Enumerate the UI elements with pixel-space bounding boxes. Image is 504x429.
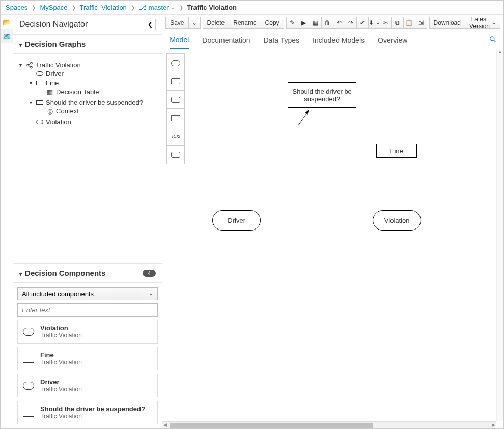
copy-button[interactable]: Copy — [261, 17, 284, 29]
tree-label: Violation — [46, 118, 71, 126]
tree-label: Traffic Violation — [36, 61, 81, 69]
input-pill-icon — [36, 71, 44, 76]
horizontal-scrollbar[interactable]: ◀ ▶ — [162, 421, 496, 428]
component-sub: Traffic Violation — [40, 359, 82, 366]
share-icon — [25, 62, 34, 69]
decision-graphs-tree: Traffic Violation Driver Fine — [13, 54, 162, 264]
tab-data-types[interactable]: Data Types — [263, 32, 299, 48]
tree-label: Fine — [46, 79, 59, 87]
rename-button[interactable]: Rename — [229, 17, 261, 29]
decision-rect-icon — [23, 355, 34, 363]
svg-line-4 — [29, 65, 31, 66]
palette-rounded-rect[interactable] — [167, 91, 184, 109]
component-sub: Traffic Violation — [40, 332, 82, 339]
paste-icon[interactable]: 📋 — [403, 17, 415, 29]
tree-item-fine[interactable]: Fine — [27, 79, 158, 87]
component-name: Fine — [40, 351, 82, 359]
branch-icon: ⎇ — [139, 4, 147, 11]
pencil-icon[interactable]: ✎ — [286, 17, 298, 29]
diagram-canvas[interactable]: Text Should the driver be suspended? Fin… — [162, 49, 503, 428]
svg-point-2 — [31, 66, 33, 68]
download-image-icon[interactable]: ⬇ — [368, 17, 380, 29]
search-icon[interactable] — [489, 36, 496, 44]
tab-documentation[interactable]: Documentation — [202, 32, 250, 48]
input-pill-icon — [23, 382, 34, 390]
component-card-suspended[interactable]: Should the driver be suspended? Traffic … — [17, 401, 158, 424]
svg-point-1 — [27, 64, 29, 66]
svg-point-5 — [490, 37, 494, 41]
components-filter-select[interactable]: All included components — [17, 287, 158, 300]
vertical-scrollbar[interactable]: ▲ — [496, 49, 503, 421]
node-fine[interactable]: Fine — [376, 144, 417, 158]
tree-root-traffic-violation[interactable]: Traffic Violation — [17, 61, 158, 69]
palette-rectangle[interactable] — [167, 109, 184, 127]
node-violation[interactable]: Violation — [373, 210, 421, 231]
palette-divided-rect[interactable] — [167, 146, 184, 164]
palette-input-pill[interactable] — [167, 54, 184, 72]
palette-annotation[interactable] — [167, 72, 184, 91]
crumb-myspace[interactable]: MySpace — [40, 4, 67, 11]
palette-text[interactable]: Text — [167, 127, 184, 146]
caret-down-icon — [27, 100, 34, 105]
delete-button[interactable]: Delete — [203, 17, 230, 29]
canvas-wrapper: Text Should the driver be suspended? Fin… — [162, 49, 503, 428]
components-search-input[interactable] — [17, 303, 158, 317]
check-icon[interactable]: ✔ — [356, 17, 369, 29]
node-suspended[interactable]: Should the driver be suspended? — [288, 82, 356, 108]
crumb-branch[interactable]: ⎇ master ⌄ — [139, 4, 175, 11]
decision-graphs-title: Decision Graphs — [25, 40, 86, 48]
crumb-file: Traffic Violation — [187, 4, 237, 11]
decision-rect-icon — [23, 409, 34, 417]
save-button[interactable]: Save — [165, 17, 188, 29]
latest-version-button[interactable]: Latest Version — [465, 17, 500, 29]
tree-item-context[interactable]: ◎ Context — [38, 107, 158, 115]
table-icon: ▦ — [46, 88, 54, 96]
grid-icon[interactable]: ▦ — [310, 17, 322, 29]
decision-components-title: Decision Components — [25, 269, 105, 277]
branch-label: master — [149, 4, 169, 11]
input-pill-icon — [36, 120, 44, 124]
component-card-violation[interactable]: Violation Traffic Violation — [17, 320, 158, 344]
trash-icon[interactable]: 🗑 — [321, 17, 333, 29]
collapse-sidebar-button[interactable]: ❮ — [145, 19, 156, 30]
tree-item-driver[interactable]: Driver — [27, 70, 158, 77]
map-icon[interactable]: 🗺️ — [1, 29, 13, 43]
decision-rect-icon — [36, 100, 44, 105]
decision-graphs-header[interactable]: Decision Graphs — [13, 35, 162, 54]
redo-icon[interactable]: ↷ — [345, 17, 357, 29]
node-driver[interactable]: Driver — [212, 210, 261, 231]
component-card-fine[interactable]: Fine Traffic Violation — [17, 347, 158, 370]
editor-area: Save ⌄ Delete Rename Copy ✎ ▶ ▦ 🗑 ↶ ↷ ✔ … — [162, 15, 503, 428]
sep-icon — [32, 5, 36, 10]
crumb-spaces[interactable]: Spaces — [6, 4, 27, 11]
decision-components-body: All included components Violation Traffi… — [13, 283, 162, 428]
component-card-driver[interactable]: Driver Traffic Violation — [17, 374, 158, 397]
sep-icon — [179, 5, 183, 10]
caret-down-icon: ⌄ — [171, 5, 175, 10]
tab-model[interactable]: Model — [170, 32, 189, 49]
svg-line-7 — [238, 110, 309, 126]
play-icon[interactable]: ▶ — [298, 17, 310, 29]
crumb-project[interactable]: Traffic_Violation — [80, 4, 127, 11]
tab-overview[interactable]: Overview — [378, 32, 407, 48]
component-name: Should the driver be suspended? — [40, 405, 145, 413]
tree-label: Driver — [46, 70, 64, 77]
layout-icon[interactable]: ⇲ — [415, 17, 427, 29]
tree-item-suspended[interactable]: Should the driver be suspended? — [27, 99, 158, 106]
download-button[interactable]: Download — [429, 17, 465, 29]
tree-label: Context — [56, 107, 79, 115]
svg-line-3 — [29, 63, 31, 64]
copy-icon[interactable]: ⧉ — [391, 17, 404, 29]
editor-tabs: Model Documentation Data Types Included … — [162, 31, 503, 49]
tab-included-models[interactable]: Included Models — [313, 32, 365, 48]
cut-icon[interactable]: ✂ — [380, 17, 392, 29]
caret-down-icon — [19, 269, 22, 277]
folder-icon[interactable]: 📂 — [1, 15, 13, 29]
tree-item-decision-table[interactable]: ▦ Decision Table — [38, 88, 158, 96]
tree-item-violation[interactable]: Violation — [27, 118, 158, 126]
decision-components-header[interactable]: Decision Components 4 — [13, 264, 162, 283]
sidebar-title: Decision Navigator — [19, 20, 88, 29]
breadcrumb: Spaces MySpace Traffic_Violation ⎇ maste… — [1, 1, 503, 15]
undo-icon[interactable]: ↶ — [333, 17, 345, 29]
save-dropdown-button[interactable]: ⌄ — [188, 17, 201, 29]
